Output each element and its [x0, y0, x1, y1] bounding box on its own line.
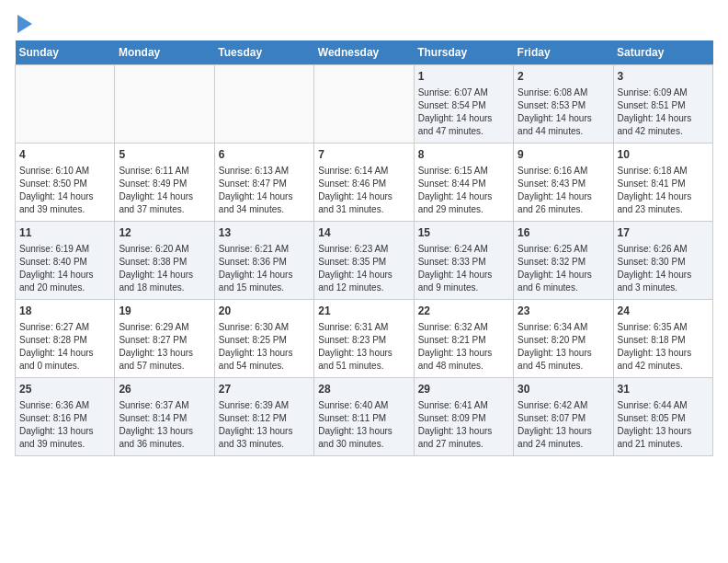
calendar-cell: 19Sunrise: 6:29 AM Sunset: 8:27 PM Dayli… — [115, 300, 214, 378]
calendar-cell: 7Sunrise: 6:14 AM Sunset: 8:46 PM Daylig… — [314, 144, 414, 222]
calendar-cell: 31Sunrise: 6:44 AM Sunset: 8:05 PM Dayli… — [613, 378, 712, 456]
calendar-cell: 20Sunrise: 6:30 AM Sunset: 8:25 PM Dayli… — [214, 300, 313, 378]
col-header-saturday: Saturday — [613, 40, 712, 65]
calendar-cell: 26Sunrise: 6:37 AM Sunset: 8:14 PM Dayli… — [115, 378, 214, 456]
day-number: 14 — [318, 225, 409, 241]
day-number: 9 — [518, 147, 609, 163]
calendar-cell: 5Sunrise: 6:11 AM Sunset: 8:49 PM Daylig… — [115, 144, 214, 222]
calendar-cell: 14Sunrise: 6:23 AM Sunset: 8:35 PM Dayli… — [314, 222, 414, 300]
day-info: Sunrise: 6:11 AM Sunset: 8:49 PM Dayligh… — [119, 165, 210, 216]
calendar-week-row: 1Sunrise: 6:07 AM Sunset: 8:54 PM Daylig… — [16, 65, 713, 144]
day-info: Sunrise: 6:39 AM Sunset: 8:12 PM Dayligh… — [219, 399, 310, 451]
day-info: Sunrise: 6:21 AM Sunset: 8:36 PM Dayligh… — [219, 243, 310, 294]
calendar-cell: 11Sunrise: 6:19 AM Sunset: 8:40 PM Dayli… — [16, 222, 115, 300]
col-header-sunday: Sunday — [16, 40, 115, 65]
day-info: Sunrise: 6:31 AM Sunset: 8:23 PM Dayligh… — [318, 321, 409, 373]
calendar-cell — [115, 65, 214, 144]
calendar-cell: 28Sunrise: 6:40 AM Sunset: 8:11 PM Dayli… — [314, 378, 414, 456]
calendar-cell: 21Sunrise: 6:31 AM Sunset: 8:23 PM Dayli… — [314, 300, 414, 378]
day-info: Sunrise: 6:36 AM Sunset: 8:16 PM Dayligh… — [19, 399, 110, 451]
day-info: Sunrise: 6:19 AM Sunset: 8:40 PM Dayligh… — [19, 243, 110, 294]
calendar-cell: 15Sunrise: 6:24 AM Sunset: 8:33 PM Dayli… — [414, 222, 513, 300]
day-info: Sunrise: 6:40 AM Sunset: 8:11 PM Dayligh… — [318, 399, 409, 451]
day-info: Sunrise: 6:35 AM Sunset: 8:18 PM Dayligh… — [618, 321, 709, 373]
day-info: Sunrise: 6:10 AM Sunset: 8:50 PM Dayligh… — [19, 165, 110, 216]
day-info: Sunrise: 6:07 AM Sunset: 8:54 PM Dayligh… — [418, 86, 509, 138]
calendar-cell — [214, 65, 313, 144]
day-number: 8 — [418, 147, 509, 163]
day-number: 24 — [618, 304, 709, 319]
day-info: Sunrise: 6:24 AM Sunset: 8:33 PM Dayligh… — [418, 243, 509, 294]
day-number: 18 — [19, 304, 110, 319]
day-info: Sunrise: 6:16 AM Sunset: 8:43 PM Dayligh… — [518, 165, 609, 216]
calendar-cell: 27Sunrise: 6:39 AM Sunset: 8:12 PM Dayli… — [214, 378, 313, 456]
day-number: 22 — [418, 304, 509, 319]
day-info: Sunrise: 6:18 AM Sunset: 8:41 PM Dayligh… — [618, 165, 709, 216]
day-info: Sunrise: 6:44 AM Sunset: 8:05 PM Dayligh… — [618, 399, 709, 451]
calendar-cell: 17Sunrise: 6:26 AM Sunset: 8:30 PM Dayli… — [613, 222, 712, 300]
day-number: 31 — [618, 382, 709, 397]
day-number: 2 — [518, 69, 609, 85]
day-info: Sunrise: 6:08 AM Sunset: 8:53 PM Dayligh… — [518, 86, 609, 138]
day-info: Sunrise: 6:13 AM Sunset: 8:47 PM Dayligh… — [219, 165, 310, 216]
calendar-cell: 3Sunrise: 6:09 AM Sunset: 8:51 PM Daylig… — [613, 65, 712, 144]
day-number: 27 — [219, 382, 310, 397]
calendar-cell: 9Sunrise: 6:16 AM Sunset: 8:43 PM Daylig… — [514, 144, 613, 222]
calendar-cell: 4Sunrise: 6:10 AM Sunset: 8:50 PM Daylig… — [16, 144, 115, 222]
day-info: Sunrise: 6:23 AM Sunset: 8:35 PM Dayligh… — [318, 243, 409, 294]
day-info: Sunrise: 6:37 AM Sunset: 8:14 PM Dayligh… — [119, 399, 210, 451]
day-number: 7 — [318, 147, 409, 163]
day-info: Sunrise: 6:20 AM Sunset: 8:38 PM Dayligh… — [119, 243, 210, 294]
day-number: 29 — [418, 382, 509, 397]
calendar-cell: 22Sunrise: 6:32 AM Sunset: 8:21 PM Dayli… — [414, 300, 513, 378]
logo-arrow-icon — [17, 15, 32, 33]
calendar-week-row: 4Sunrise: 6:10 AM Sunset: 8:50 PM Daylig… — [16, 144, 713, 222]
col-header-tuesday: Tuesday — [214, 40, 313, 65]
day-info: Sunrise: 6:41 AM Sunset: 8:09 PM Dayligh… — [418, 399, 509, 451]
day-number: 16 — [518, 225, 609, 241]
calendar-cell: 13Sunrise: 6:21 AM Sunset: 8:36 PM Dayli… — [214, 222, 313, 300]
calendar-cell: 6Sunrise: 6:13 AM Sunset: 8:47 PM Daylig… — [214, 144, 313, 222]
day-info: Sunrise: 6:27 AM Sunset: 8:28 PM Dayligh… — [19, 321, 110, 373]
col-header-thursday: Thursday — [414, 40, 513, 65]
calendar-cell: 30Sunrise: 6:42 AM Sunset: 8:07 PM Dayli… — [514, 378, 613, 456]
calendar-cell: 23Sunrise: 6:34 AM Sunset: 8:20 PM Dayli… — [514, 300, 613, 378]
col-header-friday: Friday — [514, 40, 613, 65]
calendar-cell: 1Sunrise: 6:07 AM Sunset: 8:54 PM Daylig… — [414, 65, 513, 144]
day-info: Sunrise: 6:30 AM Sunset: 8:25 PM Dayligh… — [219, 321, 310, 373]
day-info: Sunrise: 6:26 AM Sunset: 8:30 PM Dayligh… — [618, 243, 709, 294]
day-number: 15 — [418, 225, 509, 241]
day-info: Sunrise: 6:32 AM Sunset: 8:21 PM Dayligh… — [418, 321, 509, 373]
calendar-week-row: 18Sunrise: 6:27 AM Sunset: 8:28 PM Dayli… — [16, 300, 713, 378]
day-info: Sunrise: 6:25 AM Sunset: 8:32 PM Dayligh… — [518, 243, 609, 294]
day-number: 13 — [219, 225, 310, 241]
day-number: 30 — [518, 382, 609, 397]
day-number: 11 — [19, 225, 110, 241]
day-number: 12 — [119, 225, 210, 241]
calendar-cell: 24Sunrise: 6:35 AM Sunset: 8:18 PM Dayli… — [613, 300, 712, 378]
calendar-cell: 25Sunrise: 6:36 AM Sunset: 8:16 PM Dayli… — [16, 378, 115, 456]
day-info: Sunrise: 6:42 AM Sunset: 8:07 PM Dayligh… — [518, 399, 609, 451]
day-number: 21 — [318, 304, 409, 319]
day-number: 3 — [618, 69, 709, 85]
calendar-table: SundayMondayTuesdayWednesdayThursdayFrid… — [15, 40, 713, 456]
day-info: Sunrise: 6:15 AM Sunset: 8:44 PM Dayligh… — [418, 165, 509, 216]
calendar-week-row: 25Sunrise: 6:36 AM Sunset: 8:16 PM Dayli… — [16, 378, 713, 456]
calendar-cell: 10Sunrise: 6:18 AM Sunset: 8:41 PM Dayli… — [613, 144, 712, 222]
day-number: 26 — [119, 382, 210, 397]
calendar-cell: 16Sunrise: 6:25 AM Sunset: 8:32 PM Dayli… — [514, 222, 613, 300]
day-number: 6 — [219, 147, 310, 163]
day-info: Sunrise: 6:34 AM Sunset: 8:20 PM Dayligh… — [518, 321, 609, 373]
day-number: 20 — [219, 304, 310, 319]
calendar-cell — [314, 65, 414, 144]
col-header-monday: Monday — [115, 40, 214, 65]
day-info: Sunrise: 6:14 AM Sunset: 8:46 PM Dayligh… — [318, 165, 409, 216]
day-number: 4 — [19, 147, 110, 163]
calendar-cell: 18Sunrise: 6:27 AM Sunset: 8:28 PM Dayli… — [16, 300, 115, 378]
day-number: 25 — [19, 382, 110, 397]
day-number: 17 — [618, 225, 709, 241]
day-info: Sunrise: 6:29 AM Sunset: 8:27 PM Dayligh… — [119, 321, 210, 373]
page-header — [15, 15, 713, 29]
day-number: 28 — [318, 382, 409, 397]
calendar-cell: 2Sunrise: 6:08 AM Sunset: 8:53 PM Daylig… — [514, 65, 613, 144]
